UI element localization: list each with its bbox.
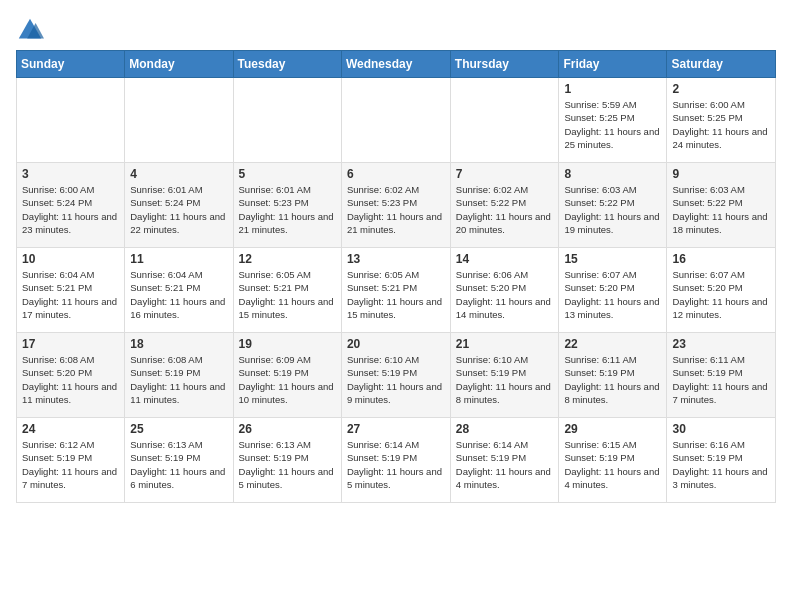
calendar-cell: 6Sunrise: 6:02 AMSunset: 5:23 PMDaylight… bbox=[341, 163, 450, 248]
calendar-cell: 5Sunrise: 6:01 AMSunset: 5:23 PMDaylight… bbox=[233, 163, 341, 248]
day-number: 15 bbox=[564, 252, 661, 266]
calendar-cell: 10Sunrise: 6:04 AMSunset: 5:21 PMDayligh… bbox=[17, 248, 125, 333]
col-header-wednesday: Wednesday bbox=[341, 51, 450, 78]
day-info: Sunrise: 6:01 AMSunset: 5:24 PMDaylight:… bbox=[130, 183, 227, 236]
day-number: 8 bbox=[564, 167, 661, 181]
calendar-cell bbox=[233, 78, 341, 163]
calendar-week-row: 1Sunrise: 5:59 AMSunset: 5:25 PMDaylight… bbox=[17, 78, 776, 163]
day-number: 22 bbox=[564, 337, 661, 351]
col-header-sunday: Sunday bbox=[17, 51, 125, 78]
day-info: Sunrise: 6:12 AMSunset: 5:19 PMDaylight:… bbox=[22, 438, 119, 491]
day-number: 12 bbox=[239, 252, 336, 266]
calendar-cell: 1Sunrise: 5:59 AMSunset: 5:25 PMDaylight… bbox=[559, 78, 667, 163]
day-number: 26 bbox=[239, 422, 336, 436]
calendar-week-row: 3Sunrise: 6:00 AMSunset: 5:24 PMDaylight… bbox=[17, 163, 776, 248]
calendar-cell bbox=[341, 78, 450, 163]
day-number: 9 bbox=[672, 167, 770, 181]
day-number: 23 bbox=[672, 337, 770, 351]
day-number: 29 bbox=[564, 422, 661, 436]
day-info: Sunrise: 6:13 AMSunset: 5:19 PMDaylight:… bbox=[130, 438, 227, 491]
day-info: Sunrise: 6:02 AMSunset: 5:22 PMDaylight:… bbox=[456, 183, 554, 236]
col-header-friday: Friday bbox=[559, 51, 667, 78]
calendar-cell: 7Sunrise: 6:02 AMSunset: 5:22 PMDaylight… bbox=[450, 163, 559, 248]
calendar-cell: 13Sunrise: 6:05 AMSunset: 5:21 PMDayligh… bbox=[341, 248, 450, 333]
day-number: 5 bbox=[239, 167, 336, 181]
page-header bbox=[16, 16, 776, 44]
day-info: Sunrise: 6:16 AMSunset: 5:19 PMDaylight:… bbox=[672, 438, 770, 491]
day-number: 13 bbox=[347, 252, 445, 266]
calendar-cell: 3Sunrise: 6:00 AMSunset: 5:24 PMDaylight… bbox=[17, 163, 125, 248]
day-info: Sunrise: 6:09 AMSunset: 5:19 PMDaylight:… bbox=[239, 353, 336, 406]
calendar-cell: 11Sunrise: 6:04 AMSunset: 5:21 PMDayligh… bbox=[125, 248, 233, 333]
day-info: Sunrise: 6:15 AMSunset: 5:19 PMDaylight:… bbox=[564, 438, 661, 491]
day-info: Sunrise: 6:02 AMSunset: 5:23 PMDaylight:… bbox=[347, 183, 445, 236]
col-header-tuesday: Tuesday bbox=[233, 51, 341, 78]
day-info: Sunrise: 6:14 AMSunset: 5:19 PMDaylight:… bbox=[347, 438, 445, 491]
calendar-cell: 19Sunrise: 6:09 AMSunset: 5:19 PMDayligh… bbox=[233, 333, 341, 418]
calendar-cell: 22Sunrise: 6:11 AMSunset: 5:19 PMDayligh… bbox=[559, 333, 667, 418]
day-number: 21 bbox=[456, 337, 554, 351]
day-info: Sunrise: 6:11 AMSunset: 5:19 PMDaylight:… bbox=[672, 353, 770, 406]
calendar-cell: 14Sunrise: 6:06 AMSunset: 5:20 PMDayligh… bbox=[450, 248, 559, 333]
day-info: Sunrise: 6:00 AMSunset: 5:24 PMDaylight:… bbox=[22, 183, 119, 236]
day-number: 2 bbox=[672, 82, 770, 96]
day-number: 16 bbox=[672, 252, 770, 266]
day-info: Sunrise: 6:01 AMSunset: 5:23 PMDaylight:… bbox=[239, 183, 336, 236]
calendar-cell: 28Sunrise: 6:14 AMSunset: 5:19 PMDayligh… bbox=[450, 418, 559, 503]
calendar-header-row: SundayMondayTuesdayWednesdayThursdayFrid… bbox=[17, 51, 776, 78]
day-info: Sunrise: 6:13 AMSunset: 5:19 PMDaylight:… bbox=[239, 438, 336, 491]
day-info: Sunrise: 6:07 AMSunset: 5:20 PMDaylight:… bbox=[564, 268, 661, 321]
calendar-cell: 29Sunrise: 6:15 AMSunset: 5:19 PMDayligh… bbox=[559, 418, 667, 503]
calendar-cell: 23Sunrise: 6:11 AMSunset: 5:19 PMDayligh… bbox=[667, 333, 776, 418]
calendar-week-row: 17Sunrise: 6:08 AMSunset: 5:20 PMDayligh… bbox=[17, 333, 776, 418]
day-number: 6 bbox=[347, 167, 445, 181]
day-info: Sunrise: 6:05 AMSunset: 5:21 PMDaylight:… bbox=[347, 268, 445, 321]
calendar-cell: 2Sunrise: 6:00 AMSunset: 5:25 PMDaylight… bbox=[667, 78, 776, 163]
calendar-cell: 8Sunrise: 6:03 AMSunset: 5:22 PMDaylight… bbox=[559, 163, 667, 248]
calendar-cell: 30Sunrise: 6:16 AMSunset: 5:19 PMDayligh… bbox=[667, 418, 776, 503]
day-info: Sunrise: 6:03 AMSunset: 5:22 PMDaylight:… bbox=[672, 183, 770, 236]
col-header-monday: Monday bbox=[125, 51, 233, 78]
day-number: 24 bbox=[22, 422, 119, 436]
day-info: Sunrise: 5:59 AMSunset: 5:25 PMDaylight:… bbox=[564, 98, 661, 151]
calendar-cell: 20Sunrise: 6:10 AMSunset: 5:19 PMDayligh… bbox=[341, 333, 450, 418]
day-info: Sunrise: 6:07 AMSunset: 5:20 PMDaylight:… bbox=[672, 268, 770, 321]
day-info: Sunrise: 6:10 AMSunset: 5:19 PMDaylight:… bbox=[347, 353, 445, 406]
day-info: Sunrise: 6:00 AMSunset: 5:25 PMDaylight:… bbox=[672, 98, 770, 151]
day-info: Sunrise: 6:06 AMSunset: 5:20 PMDaylight:… bbox=[456, 268, 554, 321]
day-number: 20 bbox=[347, 337, 445, 351]
calendar-cell bbox=[450, 78, 559, 163]
calendar-cell bbox=[17, 78, 125, 163]
day-info: Sunrise: 6:10 AMSunset: 5:19 PMDaylight:… bbox=[456, 353, 554, 406]
col-header-thursday: Thursday bbox=[450, 51, 559, 78]
calendar-cell: 12Sunrise: 6:05 AMSunset: 5:21 PMDayligh… bbox=[233, 248, 341, 333]
calendar-cell: 25Sunrise: 6:13 AMSunset: 5:19 PMDayligh… bbox=[125, 418, 233, 503]
calendar-cell: 18Sunrise: 6:08 AMSunset: 5:19 PMDayligh… bbox=[125, 333, 233, 418]
col-header-saturday: Saturday bbox=[667, 51, 776, 78]
day-info: Sunrise: 6:04 AMSunset: 5:21 PMDaylight:… bbox=[130, 268, 227, 321]
calendar-cell: 16Sunrise: 6:07 AMSunset: 5:20 PMDayligh… bbox=[667, 248, 776, 333]
calendar-cell: 4Sunrise: 6:01 AMSunset: 5:24 PMDaylight… bbox=[125, 163, 233, 248]
calendar-cell: 27Sunrise: 6:14 AMSunset: 5:19 PMDayligh… bbox=[341, 418, 450, 503]
logo-icon bbox=[16, 16, 44, 44]
calendar-cell: 17Sunrise: 6:08 AMSunset: 5:20 PMDayligh… bbox=[17, 333, 125, 418]
calendar-cell: 9Sunrise: 6:03 AMSunset: 5:22 PMDaylight… bbox=[667, 163, 776, 248]
calendar-cell bbox=[125, 78, 233, 163]
day-number: 10 bbox=[22, 252, 119, 266]
calendar-cell: 15Sunrise: 6:07 AMSunset: 5:20 PMDayligh… bbox=[559, 248, 667, 333]
day-number: 1 bbox=[564, 82, 661, 96]
day-info: Sunrise: 6:11 AMSunset: 5:19 PMDaylight:… bbox=[564, 353, 661, 406]
day-number: 17 bbox=[22, 337, 119, 351]
day-info: Sunrise: 6:04 AMSunset: 5:21 PMDaylight:… bbox=[22, 268, 119, 321]
calendar-cell: 21Sunrise: 6:10 AMSunset: 5:19 PMDayligh… bbox=[450, 333, 559, 418]
day-number: 11 bbox=[130, 252, 227, 266]
day-info: Sunrise: 6:08 AMSunset: 5:20 PMDaylight:… bbox=[22, 353, 119, 406]
day-info: Sunrise: 6:03 AMSunset: 5:22 PMDaylight:… bbox=[564, 183, 661, 236]
calendar-week-row: 24Sunrise: 6:12 AMSunset: 5:19 PMDayligh… bbox=[17, 418, 776, 503]
day-number: 25 bbox=[130, 422, 227, 436]
day-info: Sunrise: 6:05 AMSunset: 5:21 PMDaylight:… bbox=[239, 268, 336, 321]
day-number: 7 bbox=[456, 167, 554, 181]
day-number: 19 bbox=[239, 337, 336, 351]
day-number: 3 bbox=[22, 167, 119, 181]
day-info: Sunrise: 6:14 AMSunset: 5:19 PMDaylight:… bbox=[456, 438, 554, 491]
